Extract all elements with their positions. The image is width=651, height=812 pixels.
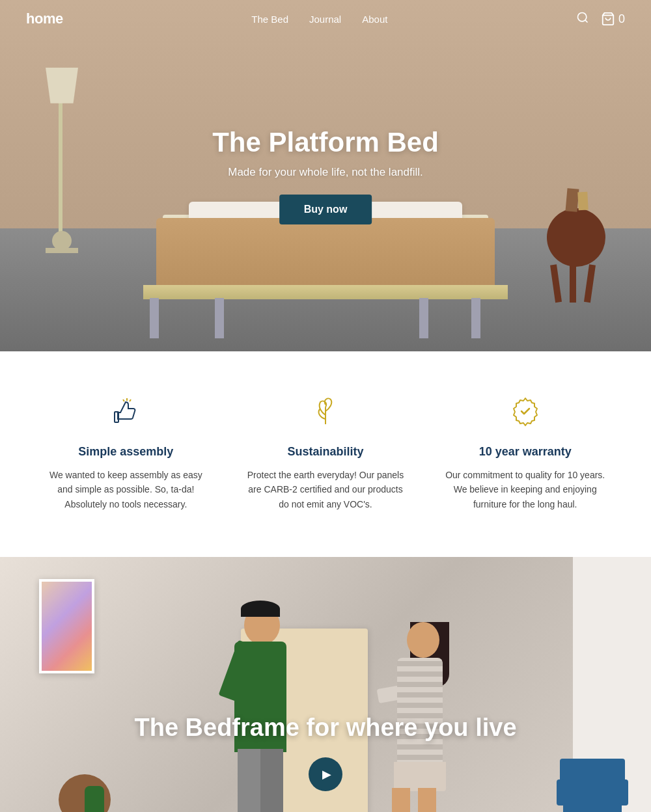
- cart-count: 0: [618, 12, 625, 26]
- svg-point-0: [577, 12, 586, 21]
- hero-content: The Platform Bed Made for your whole lif…: [212, 127, 439, 224]
- hero-section: The Platform Bed Made for your whole lif…: [0, 0, 651, 351]
- nav-link-the-bed[interactable]: The Bed: [251, 14, 288, 25]
- video-title: The Bedframe for where you live: [0, 714, 651, 742]
- feature-3-title: 10 year warranty: [445, 445, 605, 459]
- svg-line-4: [130, 399, 131, 401]
- nav-icons: 0: [576, 11, 625, 27]
- hero-subtitle: Made for your whole life, not the landfi…: [212, 166, 439, 179]
- main-nav: home The Bed Journal About 0: [0, 0, 651, 38]
- wall-art: [39, 579, 94, 673]
- feature-1-title: Simple assembly: [46, 445, 206, 459]
- feature-sustainability: Sustainability Protect the earth everyda…: [226, 390, 426, 511]
- video-content: The Bedframe for where you live: [0, 714, 651, 791]
- feature-3-text: Our commitment to quality for 10 years. …: [445, 468, 605, 511]
- buy-now-button[interactable]: Buy now: [279, 195, 372, 224]
- cart-button[interactable]: 0: [601, 12, 625, 26]
- svg-line-5: [123, 399, 124, 401]
- badge-check-icon: [505, 390, 546, 432]
- features-section: Simple assembly We wanted to keep assemb…: [0, 351, 651, 557]
- search-icon[interactable]: [576, 11, 589, 27]
- feature-simple-assembly: Simple assembly We wanted to keep assemb…: [26, 390, 226, 511]
- cart-icon: [601, 12, 615, 26]
- hero-title: The Platform Bed: [212, 127, 439, 158]
- site-logo[interactable]: home: [26, 10, 63, 27]
- video-section: The Bedframe for where you live: [0, 557, 651, 812]
- nightstand: [547, 208, 605, 267]
- svg-line-1: [585, 20, 588, 22]
- feature-1-text: We wanted to keep assembly as easy and s…: [46, 468, 206, 511]
- feature-warranty: 10 year warranty Our commitment to quali…: [425, 390, 625, 511]
- feature-2-title: Sustainability: [245, 445, 406, 459]
- leaf-icon: [305, 390, 346, 432]
- nav-link-about[interactable]: About: [362, 14, 387, 25]
- feature-2-text: Protect the earth everyday! Our panels a…: [245, 468, 406, 511]
- play-button[interactable]: [309, 757, 342, 791]
- nav-links: The Bed Journal About: [251, 14, 387, 25]
- thumbs-up-icon: [105, 390, 146, 432]
- svg-rect-6: [115, 412, 118, 422]
- nav-link-journal[interactable]: Journal: [309, 14, 341, 25]
